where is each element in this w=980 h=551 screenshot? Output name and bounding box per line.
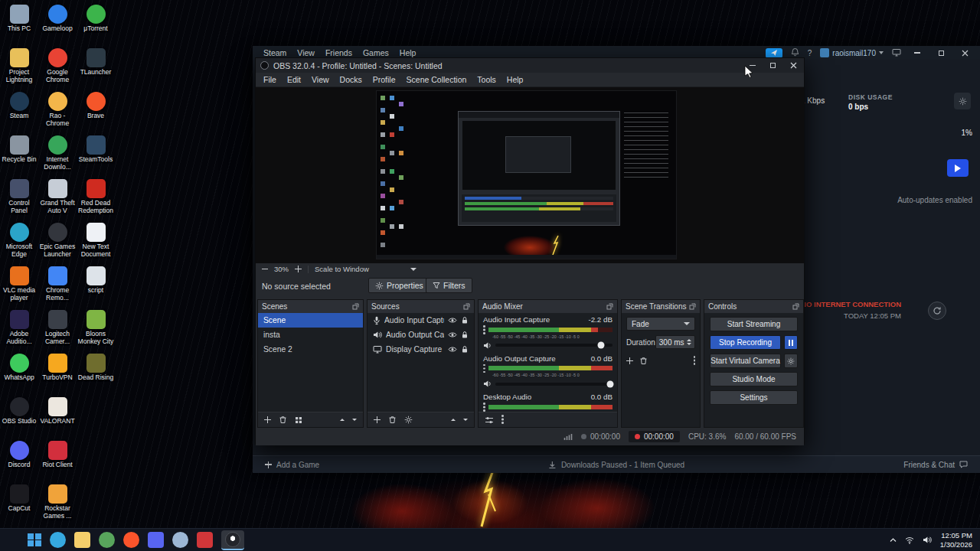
move-scene-down-button[interactable] [352,419,357,421]
desktop-icon-this-pc[interactable]: This PC [0,5,38,33]
add-source-button[interactable] [374,416,381,423]
tray-chevron-up-icon[interactable] [890,538,897,543]
lock-icon[interactable] [461,331,469,339]
source-properties-button[interactable] [404,416,413,424]
scale-mode-label[interactable]: Scale to Window [315,265,369,273]
slider-knob[interactable] [597,342,604,349]
visibility-eye-icon[interactable] [448,317,457,324]
spin-down-icon[interactable] [687,343,691,345]
filters-button[interactable]: Filters [426,278,472,293]
obs-menu-tools[interactable]: Tools [472,75,501,84]
mute-speaker-icon[interactable] [483,341,492,350]
obs-close-button[interactable] [783,58,804,73]
start-virtual-camera-button[interactable]: Start Virtual Camera [710,354,781,368]
steam-downloads-settings-button[interactable] [954,93,971,109]
channel-menu-icon[interactable] [483,403,485,405]
lock-icon[interactable] [461,316,469,324]
desktop-icon-utorrent[interactable]: μTorrent [77,5,115,33]
volume-icon[interactable] [923,536,932,544]
desktop-icon-gameloop[interactable]: Gameloop [38,5,77,33]
riot-taskbar-icon[interactable] [197,532,213,548]
start-button[interactable] [28,533,41,547]
desktop-icon-discord[interactable]: Discord [0,441,38,469]
steam-account-menu[interactable]: raoismail170 [820,48,884,57]
visibility-eye-icon[interactable] [448,331,457,338]
remove-transition-button[interactable] [639,357,648,365]
popout-icon[interactable] [689,303,696,310]
source-item[interactable]: Audio Output Captu [368,328,474,342]
popout-icon[interactable] [606,303,613,310]
stop-recording-button[interactable]: Stop Recording [710,335,781,350]
desktop-icon-rockstar[interactable]: Rockstar Games ... [38,484,77,520]
studio-mode-button[interactable]: Studio Mode [710,372,798,386]
move-scene-up-button[interactable] [340,419,345,421]
desktop-icon-whatsapp[interactable]: WhatsApp [0,354,38,382]
source-item[interactable]: Audio Input Capture [368,313,474,328]
obs-menu-view[interactable]: View [306,75,335,84]
desktop-icon-chrome-remote[interactable]: Chrome Remo... [38,266,77,302]
steam-close-button[interactable] [957,47,972,58]
desktop-icon-script[interactable]: script [77,266,115,295]
brave-taskbar-icon[interactable] [123,532,139,548]
obs-preview-canvas[interactable] [256,87,804,263]
zoom-in-icon[interactable] [295,266,302,272]
chrome-taskbar-icon[interactable] [99,532,115,548]
steam-taskbar-icon[interactable] [172,532,188,548]
desktop-icon-adobe-audition[interactable]: Adobe Auditio... [0,310,38,346]
taskbar-clock[interactable]: 12:05 PM 1/30/2026 [940,531,972,549]
move-source-down-button[interactable] [463,419,468,421]
slider-knob[interactable] [606,380,613,387]
announcements-badge[interactable] [766,48,782,58]
obs-taskbar-icon-active[interactable] [221,530,244,550]
popout-icon[interactable] [463,303,470,310]
edge-taskbar-icon[interactable] [50,532,66,548]
volume-slider[interactable] [495,344,612,347]
desktop-icon-tlauncher[interactable]: TLauncher [77,48,115,77]
channel-menu-icon[interactable] [483,325,485,328]
steam-menu-view[interactable]: View [297,48,315,57]
display-mode-icon[interactable] [892,46,901,60]
steam-menu-games[interactable]: Games [363,48,389,57]
obs-menu-help[interactable]: Help [501,75,529,84]
scene-item[interactable]: insta [258,328,363,342]
downloads-status-button[interactable]: Downloads Paused - 1 Item Queued [548,461,684,469]
transitions-header[interactable]: Scene Transitions [622,300,700,313]
audio-mixer-header[interactable]: Audio Mixer [479,300,617,313]
popout-icon[interactable] [792,303,799,310]
steam-menu-steam[interactable]: Steam [263,48,286,57]
desktop-icon-dead-rising[interactable]: Dead Rising [77,354,115,382]
add-a-game-button[interactable]: Add a Game [253,461,319,469]
pause-recording-button[interactable] [784,335,798,350]
sources-dock-header[interactable]: Sources [368,300,474,313]
transition-select[interactable]: Fade [626,317,695,331]
desktop-icon-edge[interactable]: Microsoft Edge [0,223,38,259]
desktop-icon-riot-client[interactable]: Riot Client [38,441,77,469]
chevron-down-icon[interactable] [410,268,416,271]
steam-reconnect-button[interactable] [928,302,946,320]
transition-menu-icon[interactable] [694,356,696,358]
desktop-icon-brave[interactable]: Brave [77,92,115,120]
spin-up-icon[interactable] [687,339,691,341]
desktop-icon-gta-v[interactable]: Grand Theft Auto V [38,179,77,215]
obs-menu-scene-collection[interactable]: Scene Collection [401,75,472,84]
steam-menu-friends[interactable]: Friends [325,48,352,57]
scenes-dock-header[interactable]: Scenes [258,300,363,313]
scene-item[interactable]: Scene 2 [258,342,363,357]
properties-button[interactable]: Properties [368,278,430,293]
desktop-icon-obs-studio[interactable]: OBS Studio [0,397,38,425]
duration-spinbox[interactable]: 300 ms [655,335,695,349]
steam-maximize-button[interactable] [933,47,949,58]
remove-source-button[interactable] [388,416,397,424]
lock-icon[interactable] [461,345,469,354]
move-source-up-button[interactable] [451,419,456,421]
friends-chat-button[interactable]: Friends & Chat [903,461,980,469]
add-transition-button[interactable] [626,357,633,364]
desktop-icon-capcut[interactable]: CapCut [0,484,38,513]
steam-play-button[interactable] [947,159,969,177]
steam-menu-help[interactable]: Help [400,48,416,57]
desktop-icon-project-lightning[interactable]: Project Lightning [0,48,38,84]
obs-menu-file[interactable]: File [258,75,282,84]
volume-slider[interactable] [495,383,612,386]
desktop-icon-new-text-document[interactable]: New Text Document [77,223,115,259]
desktop-icon-idm[interactable]: Internet Downlo... [38,135,77,171]
